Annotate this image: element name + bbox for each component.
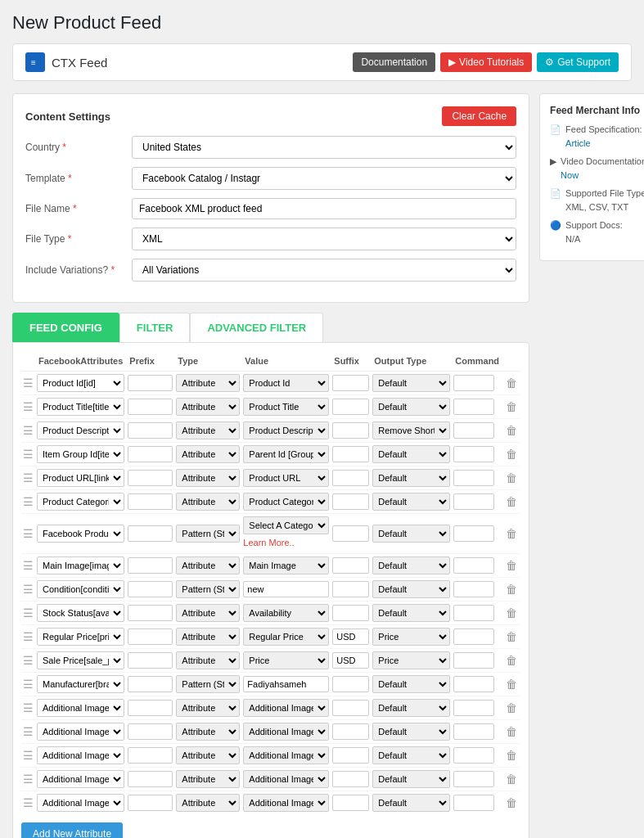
- value-select[interactable]: Additional Image 4: [243, 770, 329, 788]
- command-input[interactable]: [453, 723, 494, 740]
- delete-row-button[interactable]: 🗑: [504, 771, 519, 787]
- drag-handle[interactable]: ☰: [23, 424, 34, 437]
- suffix-input[interactable]: [332, 628, 369, 645]
- command-input[interactable]: [453, 652, 494, 669]
- prefix-input[interactable]: [128, 747, 173, 764]
- output-type-select[interactable]: Default: [372, 374, 450, 392]
- value-select[interactable]: Parent Id [Group Id]: [243, 445, 329, 463]
- suffix-input[interactable]: [332, 605, 369, 621]
- type-select[interactable]: Pattern (Sts: [176, 675, 240, 693]
- delete-row-button[interactable]: 🗑: [504, 525, 519, 542]
- delete-row-button[interactable]: 🗑: [504, 557, 519, 574]
- output-type-select[interactable]: Price: [372, 651, 450, 669]
- value-input[interactable]: [243, 676, 329, 692]
- output-type-select[interactable]: Default: [372, 493, 450, 511]
- output-type-select[interactable]: Default: [372, 469, 450, 487]
- command-input[interactable]: [453, 676, 494, 692]
- delete-row-button[interactable]: 🗑: [504, 795, 519, 811]
- delete-row-button[interactable]: 🗑: [504, 399, 519, 415]
- type-select[interactable]: Attribute: [176, 628, 240, 646]
- drag-handle[interactable]: ☰: [23, 527, 34, 540]
- command-input[interactable]: [453, 493, 494, 510]
- command-input[interactable]: [453, 771, 494, 787]
- variations-select[interactable]: All Variations: [132, 259, 516, 282]
- attribute-select[interactable]: Product Categories[pro: [37, 493, 124, 511]
- command-input[interactable]: [453, 605, 494, 621]
- output-type-select[interactable]: Default: [372, 556, 450, 574]
- type-select[interactable]: Pattern (Sts: [176, 525, 240, 543]
- country-select[interactable]: United States: [132, 136, 516, 159]
- attribute-select[interactable]: Additional Image 2 [ad: [37, 723, 124, 741]
- get-support-button[interactable]: ⚙ Get Support: [537, 52, 619, 72]
- suffix-input[interactable]: [332, 375, 369, 391]
- attribute-select[interactable]: Sale Price[sale_price]: [37, 651, 124, 669]
- filetype-select[interactable]: XML: [132, 228, 516, 250]
- type-select[interactable]: Attribute: [176, 604, 240, 622]
- value-select[interactable]: Regular Price: [243, 628, 329, 646]
- output-type-select[interactable]: Default: [372, 604, 450, 622]
- filename-input[interactable]: [132, 198, 516, 219]
- drag-handle[interactable]: ☰: [23, 654, 34, 667]
- attribute-select[interactable]: Product Title[title]: [37, 398, 124, 416]
- suffix-input[interactable]: [332, 557, 369, 574]
- delete-row-button[interactable]: 🗑: [504, 493, 519, 510]
- template-select[interactable]: Facebook Catalog / Instagr: [132, 167, 516, 190]
- attribute-select[interactable]: Condition[condition]: [37, 580, 124, 598]
- suffix-input[interactable]: [332, 652, 369, 669]
- drag-handle[interactable]: ☰: [23, 495, 34, 508]
- delete-row-button[interactable]: 🗑: [504, 470, 519, 486]
- value-select[interactable]: Product Id: [243, 374, 329, 392]
- drag-handle[interactable]: ☰: [23, 701, 34, 714]
- suffix-input[interactable]: [332, 422, 369, 439]
- drag-handle[interactable]: ☰: [23, 448, 34, 461]
- learn-more-link[interactable]: Learn More..: [243, 538, 329, 547]
- drag-handle[interactable]: ☰: [23, 725, 34, 738]
- suffix-input[interactable]: [332, 676, 369, 692]
- attribute-select[interactable]: Additional Image 3 [ad: [37, 746, 124, 764]
- type-select[interactable]: Attribute: [176, 556, 240, 574]
- output-type-select[interactable]: Default: [372, 525, 450, 543]
- output-type-select[interactable]: Price: [372, 628, 450, 646]
- attribute-select[interactable]: Manufacturer[brand]: [37, 675, 124, 693]
- command-input[interactable]: [453, 525, 494, 542]
- attribute-select[interactable]: Additional Image 4 [ad: [37, 770, 124, 788]
- prefix-input[interactable]: [128, 470, 173, 486]
- drag-handle[interactable]: ☰: [23, 606, 34, 619]
- command-input[interactable]: [453, 375, 494, 391]
- suffix-input[interactable]: [332, 771, 369, 787]
- drag-handle[interactable]: ☰: [23, 773, 34, 786]
- delete-row-button[interactable]: 🗑: [504, 422, 519, 439]
- suffix-input[interactable]: [332, 723, 369, 740]
- value-select[interactable]: Main Image: [243, 556, 329, 574]
- value-select[interactable]: Product URL: [243, 469, 329, 487]
- value-select[interactable]: Additional Image 1: [243, 699, 329, 717]
- delete-row-button[interactable]: 🗑: [504, 700, 519, 716]
- delete-row-button[interactable]: 🗑: [504, 676, 519, 692]
- value-select[interactable]: Product Category [Ca: [243, 493, 329, 511]
- delete-row-button[interactable]: 🗑: [504, 628, 519, 645]
- command-input[interactable]: [453, 446, 494, 462]
- tab-advanced-filter[interactable]: ADVANCED FILTER: [190, 313, 323, 342]
- type-select[interactable]: Attribute: [176, 699, 240, 717]
- prefix-input[interactable]: [128, 652, 173, 669]
- drag-handle[interactable]: ☰: [23, 400, 34, 413]
- attribute-select[interactable]: Main Image[image_link: [37, 556, 124, 574]
- prefix-input[interactable]: [128, 628, 173, 645]
- attribute-select[interactable]: Product Description[de: [37, 421, 124, 439]
- command-input[interactable]: [453, 628, 494, 645]
- documentation-button[interactable]: Documentation: [353, 52, 435, 72]
- delete-row-button[interactable]: 🗑: [504, 375, 519, 391]
- drag-handle[interactable]: ☰: [23, 583, 34, 596]
- output-type-select[interactable]: Default: [372, 445, 450, 463]
- type-select[interactable]: Attribute: [176, 445, 240, 463]
- value-select[interactable]: Additional Image 5: [243, 794, 329, 812]
- value-select[interactable]: Additional Image 2: [243, 723, 329, 741]
- drag-handle[interactable]: ☰: [23, 559, 34, 572]
- tab-filter[interactable]: FILTER: [119, 313, 191, 342]
- command-input[interactable]: [453, 422, 494, 439]
- suffix-input[interactable]: [332, 700, 369, 716]
- drag-handle[interactable]: ☰: [23, 471, 34, 484]
- type-select[interactable]: Attribute: [176, 469, 240, 487]
- value-select[interactable]: Price: [243, 651, 329, 669]
- prefix-input[interactable]: [128, 700, 173, 716]
